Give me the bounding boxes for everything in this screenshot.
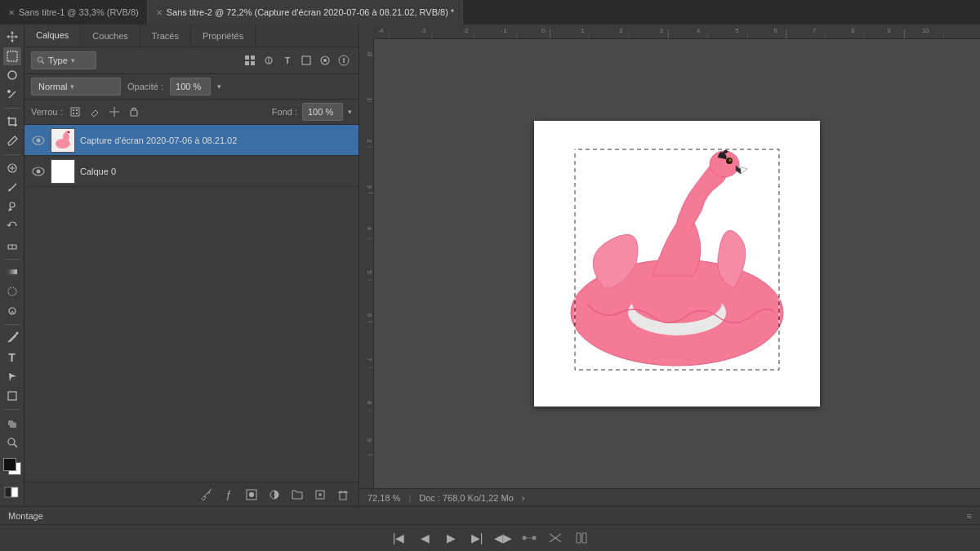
svg-rect-33: [71, 108, 79, 116]
tool-divider-2: [4, 154, 20, 155]
color-swatches[interactable]: [3, 458, 21, 476]
lock-position-icon[interactable]: [107, 104, 122, 119]
timeline-prev-btn[interactable]: ◀: [415, 528, 434, 548]
panel-new-layer-icon[interactable]: [311, 486, 329, 504]
ruler-corner: [359, 24, 374, 39]
tool-type[interactable]: T: [3, 349, 21, 367]
fill-value[interactable]: 100 %: [302, 103, 343, 121]
tool-eyedropper[interactable]: [3, 132, 21, 150]
tool-gradient[interactable]: [3, 264, 21, 282]
layer-visibility-2[interactable]: [31, 164, 46, 179]
svg-rect-19: [11, 487, 18, 497]
tab-1[interactable]: ✕ Sans titre-1 @ 33,3% (RVB/8): [0, 0, 148, 24]
tool-select-rect[interactable]: [3, 47, 21, 65]
tab-1-close[interactable]: ✕: [8, 8, 15, 17]
lock-brush-icon[interactable]: [87, 104, 102, 119]
panel-adjustment-icon[interactable]: [265, 486, 283, 504]
filter-type-icon[interactable]: T: [279, 52, 296, 69]
tool-crop[interactable]: [3, 113, 21, 131]
tool-path-select[interactable]: [3, 367, 21, 385]
opacity-dropdown-arrow[interactable]: ▾: [217, 82, 221, 91]
timeline-collapse-icon[interactable]: ≡: [967, 511, 972, 521]
timeline-play-btn[interactable]: ▶: [441, 528, 461, 548]
timeline-convert-btn[interactable]: [572, 528, 591, 548]
svg-text:5: 5: [366, 270, 373, 274]
lock-pixels-icon[interactable]: [68, 104, 82, 119]
tab-traces[interactable]: Tracés: [140, 24, 191, 47]
tool-magic-wand[interactable]: [3, 86, 21, 104]
svg-rect-23: [251, 56, 255, 60]
fill-label: Fond :: [272, 107, 297, 117]
svg-point-14: [16, 331, 18, 334]
layer-visibility-1[interactable]: [31, 133, 46, 148]
blend-bar: Normal ▾ Opacité : 100 % ▾: [24, 74, 359, 100]
status-expand-arrow[interactable]: ›: [522, 493, 525, 503]
tab-calques[interactable]: Calques: [24, 24, 81, 47]
canvas-area: -4 -3 -2 -1 0 1 2 3: [359, 24, 980, 506]
svg-text:-2: -2: [463, 27, 469, 34]
panel-delete-icon[interactable]: [334, 486, 352, 504]
svg-text:-1: -1: [501, 27, 507, 34]
svg-point-16: [8, 438, 15, 445]
svg-rect-18: [5, 487, 11, 497]
svg-text:7: 7: [366, 358, 373, 362]
opacity-value[interactable]: 100 %: [170, 78, 211, 96]
timeline-next-btn[interactable]: ▶|: [467, 528, 487, 548]
timeline-loop-btn[interactable]: ◀▶: [493, 528, 513, 548]
svg-rect-11: [7, 269, 17, 274]
tool-eraser[interactable]: [3, 237, 21, 255]
panel-mask-icon[interactable]: [243, 486, 261, 504]
zoom-level: 72,18 %: [368, 493, 400, 503]
lock-label: Verrou :: [31, 107, 63, 117]
main-layout: T Calques: [0, 24, 980, 506]
panel-area: Calques Couches Tracés Propriétés Type ▾: [24, 24, 359, 506]
lock-artboard-icon[interactable]: [127, 104, 141, 119]
filter-toggle[interactable]: [336, 52, 352, 69]
tab-proprietes[interactable]: Propriétés: [191, 24, 256, 47]
canvas-scroll[interactable]: [374, 39, 980, 488]
blend-mode-select[interactable]: Normal ▾: [31, 78, 121, 96]
svg-text:3: 3: [660, 27, 663, 34]
filter-adjust-icon[interactable]: [261, 52, 277, 69]
filter-smart-icon[interactable]: [317, 52, 333, 69]
timeline-cut-btn[interactable]: [546, 528, 565, 548]
tool-zoom[interactable]: [3, 433, 21, 451]
filter-pixel-icon[interactable]: [242, 52, 258, 69]
tool-blur[interactable]: [3, 282, 21, 300]
tool-pen[interactable]: [3, 329, 21, 347]
layer-name-2: Calque 0: [80, 167, 116, 176]
tool-brush[interactable]: [3, 178, 21, 196]
svg-point-112: [632, 282, 722, 323]
opacity-label: Opacité :: [127, 82, 163, 91]
tool-hand[interactable]: [3, 414, 21, 432]
tab-couches[interactable]: Couches: [81, 24, 140, 47]
timeline-start-btn[interactable]: |◀: [389, 528, 408, 548]
svg-rect-34: [73, 109, 74, 111]
svg-line-49: [204, 493, 207, 496]
fill-dropdown-arrow[interactable]: ▾: [348, 108, 352, 116]
tool-clone[interactable]: [3, 198, 21, 216]
filter-bar: Type ▾ T: [24, 47, 359, 74]
tool-dodge[interactable]: [3, 302, 21, 320]
timeline-tween-btn[interactable]: [519, 528, 539, 548]
svg-point-51: [249, 492, 254, 497]
layer-item-2[interactable]: Calque 0: [24, 156, 359, 187]
tab-2[interactable]: ✕ Sans titre-2 @ 72,2% (Capture d'écran …: [148, 0, 463, 24]
fg-color-swatch[interactable]: [3, 458, 16, 471]
tab-2-close[interactable]: ✕: [156, 8, 163, 17]
tool-lasso[interactable]: [3, 67, 21, 85]
panel-group-icon[interactable]: [288, 486, 306, 504]
tab-2-label: Sans titre-2 @ 72,2% (Capture d'écran 20…: [167, 7, 454, 17]
tool-spot-heal[interactable]: [3, 159, 21, 177]
tool-quick-mask[interactable]: [3, 483, 21, 501]
layer-item-1[interactable]: Capture d'écran 2020-07-06 à 08.21.02: [24, 125, 359, 156]
filter-shape-icon[interactable]: [298, 52, 314, 69]
panel-link-icon[interactable]: [197, 486, 215, 504]
filter-type-select[interactable]: Type ▾: [31, 51, 96, 69]
tool-history-brush[interactable]: [3, 217, 21, 235]
svg-text:1: 1: [581, 27, 584, 34]
svg-text:0: 0: [541, 27, 546, 34]
panel-effects-icon[interactable]: ƒ: [220, 486, 238, 504]
tool-shape[interactable]: [3, 387, 21, 405]
tool-move[interactable]: [3, 28, 21, 46]
